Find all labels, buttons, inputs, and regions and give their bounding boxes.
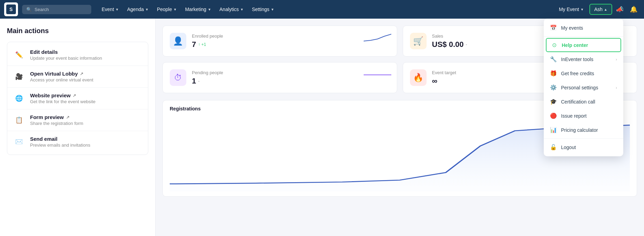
topnav: S 🔍 Search Event ▼ Agenda ▼ People ▼ Mar… bbox=[0, 0, 644, 19]
clipboard-icon: 📋 bbox=[13, 115, 25, 126]
sidebar-actions-card: ✏️ Edit details Update your event basic … bbox=[7, 42, 148, 155]
logo[interactable]: S bbox=[4, 2, 18, 16]
search-box[interactable]: 🔍 Search bbox=[22, 5, 91, 14]
analytics-chevron-icon: ▼ bbox=[240, 8, 244, 11]
dropdown-personal-settings[interactable]: ⚙️ Personal settings › bbox=[544, 80, 623, 95]
nav-analytics[interactable]: Analytics ▼ bbox=[216, 4, 247, 14]
people-chevron-icon: ▼ bbox=[174, 8, 177, 11]
notification-button[interactable]: 🔔 bbox=[627, 3, 640, 16]
megaphone-button[interactable]: 📣 bbox=[614, 3, 626, 16]
pending-sparkline bbox=[364, 68, 391, 78]
issue-icon: 🔴 bbox=[550, 112, 557, 119]
logout-icon: 🔓 bbox=[550, 144, 557, 150]
dropdown-logout[interactable]: 🔓 Logout bbox=[544, 140, 623, 154]
search-placeholder: Search bbox=[35, 7, 49, 12]
stat-card-pending: ⏱ Pending people 1 - bbox=[162, 62, 397, 93]
sidebar-title: Main actions bbox=[7, 27, 148, 35]
sidebar-item-website-preview[interactable]: 🌐 Website preview ↗ Get the link for the… bbox=[7, 88, 148, 109]
send-email-title: Send email bbox=[30, 136, 90, 142]
sidebar-item-send-email[interactable]: ✉️ Send email Preview emails and invitat… bbox=[7, 131, 148, 153]
agenda-chevron-icon: ▼ bbox=[145, 8, 149, 11]
pending-badge: - bbox=[198, 79, 199, 83]
pending-value: 1 - bbox=[192, 77, 390, 86]
dropdown-pricing-calculator[interactable]: 📊 Pricing calculator bbox=[544, 123, 623, 137]
send-email-desc: Preview emails and invitations bbox=[30, 142, 90, 148]
dropdown-help-center[interactable]: ⊙ Help center bbox=[546, 38, 621, 52]
website-preview-title: Website preview ↗ bbox=[30, 92, 95, 98]
settings-chevron-icon: ▼ bbox=[271, 8, 274, 11]
event-target-icon: 🔥 bbox=[410, 69, 427, 86]
my-event-button[interactable]: My Event ▼ bbox=[555, 4, 588, 14]
notification-icon: 🔔 bbox=[630, 6, 637, 13]
logo-icon: S bbox=[6, 4, 16, 14]
settings-icon: ⚙️ bbox=[550, 84, 557, 91]
stat-card-enrolled: 👤 Enrolled people 7 ↑ +1 bbox=[162, 26, 397, 57]
edit-icon: ✏️ bbox=[13, 49, 25, 60]
dropdown-ineventer-tools[interactable]: 🔧 InEventer tools › bbox=[544, 52, 623, 66]
help-icon: ⊙ bbox=[551, 42, 558, 48]
user-menu-button[interactable]: Ash ▲ bbox=[589, 4, 612, 15]
website-preview-desc: Get the link for the event website bbox=[30, 99, 95, 104]
megaphone-icon: 📣 bbox=[616, 6, 624, 13]
user-chevron-icon: ▲ bbox=[604, 8, 607, 11]
user-dropdown-menu: 📅 My events ⊙ Help center 🔧 InEventer to… bbox=[544, 19, 623, 156]
dropdown-get-free-credits[interactable]: 🎁 Get free credits bbox=[544, 66, 623, 80]
sidebar-item-form-preview[interactable]: 📋 Form preview ↗ Share the registration … bbox=[7, 109, 148, 131]
dropdown-my-events[interactable]: 📅 My events bbox=[544, 21, 623, 35]
nav-settings[interactable]: Settings ▼ bbox=[249, 4, 278, 14]
tools-icon: 🔧 bbox=[550, 56, 557, 62]
enrolled-value: 7 ↑ +1 bbox=[192, 40, 390, 49]
form-preview-desc: Share the registration form bbox=[30, 121, 83, 126]
nav-right: My Event ▼ Ash ▲ 📣 🔔 bbox=[555, 3, 640, 16]
tools-chevron-icon: › bbox=[616, 57, 617, 61]
external-link-icon-2: ↗ bbox=[73, 93, 76, 98]
pending-label: Pending people bbox=[192, 70, 390, 75]
nav-marketing[interactable]: Marketing ▼ bbox=[181, 4, 214, 14]
external-link-icon-3: ↗ bbox=[66, 115, 69, 120]
marketing-chevron-icon: ▼ bbox=[208, 8, 211, 11]
event-chevron-icon: ▼ bbox=[115, 8, 119, 11]
sidebar-item-virtual-lobby[interactable]: 🎥 Open Virtual Lobby ↗ Access your onlin… bbox=[7, 66, 148, 88]
enrolled-sparkline bbox=[364, 31, 391, 42]
certification-icon: 🎓 bbox=[550, 98, 557, 105]
dropdown-certification-call[interactable]: 🎓 Certification call bbox=[544, 95, 623, 109]
email-icon: ✉️ bbox=[13, 136, 25, 147]
enrolled-icon: 👤 bbox=[170, 33, 186, 49]
pending-icon: ⏱ bbox=[170, 69, 186, 86]
gift-icon: 🎁 bbox=[550, 70, 557, 77]
enrolled-badge: ↑ +1 bbox=[198, 42, 206, 47]
form-preview-title: Form preview ↗ bbox=[30, 114, 83, 120]
virtual-lobby-desc: Access your online virtual event bbox=[30, 77, 93, 82]
edit-details-title: Edit details bbox=[30, 49, 102, 55]
search-icon: 🔍 bbox=[26, 7, 32, 12]
sales-badge: - bbox=[466, 42, 467, 47]
sidebar: Main actions ✏️ Edit details Update your… bbox=[0, 19, 156, 236]
enrolled-label: Enrolled people bbox=[192, 33, 390, 39]
edit-details-desc: Update your event basic information bbox=[30, 56, 102, 61]
calendar-icon: 📅 bbox=[550, 24, 557, 31]
external-link-icon: ↗ bbox=[80, 71, 83, 76]
video-icon: 🎥 bbox=[13, 71, 25, 82]
nav-event[interactable]: Event ▼ bbox=[98, 4, 122, 14]
calculator-icon: 📊 bbox=[550, 127, 557, 133]
dropdown-divider-2 bbox=[544, 138, 623, 139]
virtual-lobby-title: Open Virtual Lobby ↗ bbox=[30, 71, 93, 77]
nav-agenda[interactable]: Agenda ▼ bbox=[124, 4, 152, 14]
sales-icon: 🛒 bbox=[410, 33, 427, 49]
sidebar-item-edit-details[interactable]: ✏️ Edit details Update your event basic … bbox=[7, 44, 148, 66]
globe-icon: 🌐 bbox=[13, 93, 25, 104]
personal-settings-chevron-icon: › bbox=[616, 86, 617, 90]
my-event-chevron-icon: ▼ bbox=[580, 8, 584, 11]
nav-people[interactable]: People ▼ bbox=[153, 4, 180, 14]
dropdown-divider-1 bbox=[544, 36, 623, 37]
dropdown-issue-report[interactable]: 🔴 Issue report bbox=[544, 109, 623, 123]
